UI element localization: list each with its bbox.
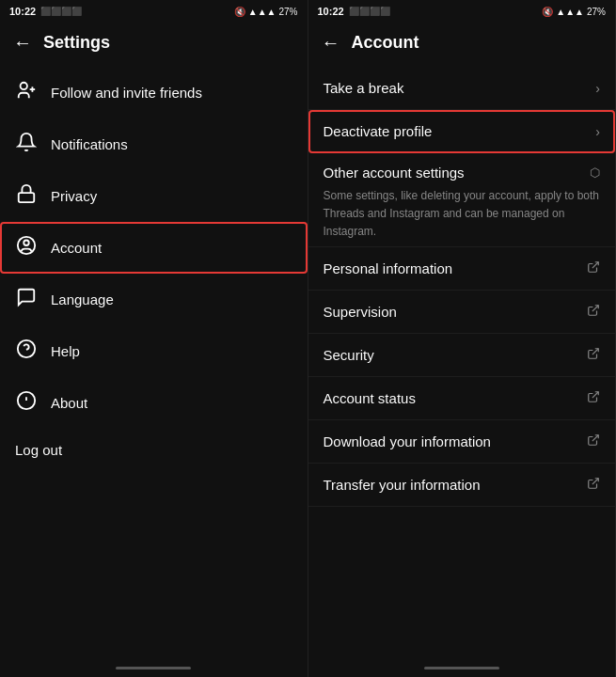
follow-label: Follow and invite friends <box>51 85 202 101</box>
right-bottom-bar <box>308 658 616 677</box>
help-label: Help <box>51 343 80 359</box>
right-page-title: Account <box>352 33 419 53</box>
supervision-label: Supervision <box>324 304 397 320</box>
left-back-button[interactable]: ← <box>13 32 32 54</box>
about-icon <box>15 390 38 416</box>
language-label: Language <box>51 291 114 307</box>
right-mute-icon: 🔇 <box>542 7 553 17</box>
transfer-information-external-icon <box>587 477 600 493</box>
right-back-button[interactable]: ← <box>322 32 340 54</box>
right-status-bar: 10:22 ⬛⬛⬛⬛ 🔇 ▲▲▲ 27% <box>308 0 616 23</box>
account-settings-list: Take a break › Deactivate profile › Othe… <box>308 63 616 658</box>
supervision-item[interactable]: Supervision <box>308 291 616 334</box>
left-home-indicator <box>116 667 191 669</box>
left-page-title: Settings <box>43 33 110 53</box>
right-status-icons: 🔇 ▲▲▲ 27% <box>542 7 606 17</box>
privacy-label: Privacy <box>51 188 97 204</box>
settings-nav-list: Follow and invite friends Notifications … <box>0 63 308 658</box>
svg-line-13 <box>592 349 598 354</box>
svg-line-16 <box>592 479 598 484</box>
other-settings-desc: Some settings, like deleting your accoun… <box>324 189 600 238</box>
right-header: ← Account <box>308 23 616 63</box>
svg-line-14 <box>592 392 598 398</box>
take-a-break-label: Take a break <box>324 80 404 96</box>
logout-item[interactable]: Log out <box>0 429 308 472</box>
right-clock: 10:22 <box>318 6 344 17</box>
svg-rect-3 <box>19 193 35 202</box>
account-label: Account <box>51 240 102 256</box>
personal-information-external-icon <box>587 260 600 276</box>
download-information-label: Download your information <box>324 433 491 449</box>
follow-icon <box>15 80 38 105</box>
deactivate-profile-label: Deactivate profile <box>324 123 433 139</box>
logout-label: Log out <box>15 442 62 458</box>
personal-information-label: Personal information <box>324 260 453 276</box>
download-information-external-icon <box>587 433 600 449</box>
download-information-item[interactable]: Download your information <box>308 420 616 464</box>
left-status-bar: 10:22 ⬛⬛⬛⬛ 🔇 ▲▲▲ 27% <box>0 0 308 23</box>
nav-item-account[interactable]: Account <box>0 222 308 274</box>
svg-line-11 <box>592 262 598 268</box>
notifications-label: Notifications <box>51 136 128 152</box>
svg-point-5 <box>24 241 29 246</box>
other-settings-external-icon: ⬡ <box>590 165 600 180</box>
security-item[interactable]: Security <box>308 334 616 377</box>
right-notification-icons: ⬛⬛⬛⬛ <box>349 7 390 16</box>
account-icon <box>15 235 38 260</box>
other-settings-title: Other account settings <box>324 165 465 181</box>
right-time: 10:22 ⬛⬛⬛⬛ <box>318 6 390 17</box>
security-external-icon <box>587 347 600 363</box>
language-icon <box>15 287 38 312</box>
right-home-indicator <box>424 667 499 669</box>
personal-information-item[interactable]: Personal information <box>308 247 616 291</box>
supervision-external-icon <box>587 304 600 320</box>
right-battery: 27% <box>587 7 606 17</box>
nav-item-follow[interactable]: Follow and invite friends <box>0 67 308 118</box>
left-panel: 10:22 ⬛⬛⬛⬛ 🔇 ▲▲▲ 27% ← Settings Follow a… <box>0 0 308 677</box>
other-settings-block: Other account settings ⬡ Some settings, … <box>308 153 616 247</box>
left-bottom-bar <box>0 658 308 677</box>
nav-item-help[interactable]: Help <box>0 325 308 377</box>
mute-icon: 🔇 <box>234 7 245 17</box>
left-header: ← Settings <box>0 23 308 63</box>
svg-line-12 <box>592 306 598 311</box>
transfer-information-label: Transfer your information <box>324 477 481 493</box>
help-icon <box>15 338 38 364</box>
take-a-break-item[interactable]: Take a break › <box>308 67 616 110</box>
nav-item-language[interactable]: Language <box>0 274 308 325</box>
deactivate-profile-item[interactable]: Deactivate profile › <box>308 110 616 153</box>
take-a-break-chevron: › <box>595 81 600 96</box>
left-time: 10:22 ⬛⬛⬛⬛ <box>9 6 82 17</box>
privacy-icon <box>15 183 38 209</box>
other-settings-header[interactable]: Other account settings ⬡ <box>324 165 601 181</box>
svg-point-0 <box>21 83 27 89</box>
right-panel: 10:22 ⬛⬛⬛⬛ 🔇 ▲▲▲ 27% ← Account Take a br… <box>308 0 617 677</box>
notification-icons: ⬛⬛⬛⬛ <box>40 7 82 16</box>
account-status-external-icon <box>587 390 600 406</box>
left-status-icons: 🔇 ▲▲▲ 27% <box>234 7 298 17</box>
right-wifi-icon: ▲▲▲ <box>556 7 584 17</box>
deactivate-profile-chevron: › <box>595 124 600 139</box>
svg-line-15 <box>592 435 598 441</box>
security-label: Security <box>324 347 374 363</box>
left-clock: 10:22 <box>9 6 36 17</box>
nav-item-about[interactable]: About <box>0 377 308 429</box>
notifications-icon <box>15 132 38 157</box>
about-label: About <box>51 395 87 411</box>
transfer-information-item[interactable]: Transfer your information <box>308 464 616 507</box>
account-status-item[interactable]: Account status <box>308 377 616 420</box>
nav-item-privacy[interactable]: Privacy <box>0 170 308 222</box>
wifi-icon: ▲▲▲ <box>248 7 276 17</box>
left-battery: 27% <box>278 7 297 17</box>
nav-item-notifications[interactable]: Notifications <box>0 118 308 170</box>
account-status-label: Account status <box>324 390 416 406</box>
